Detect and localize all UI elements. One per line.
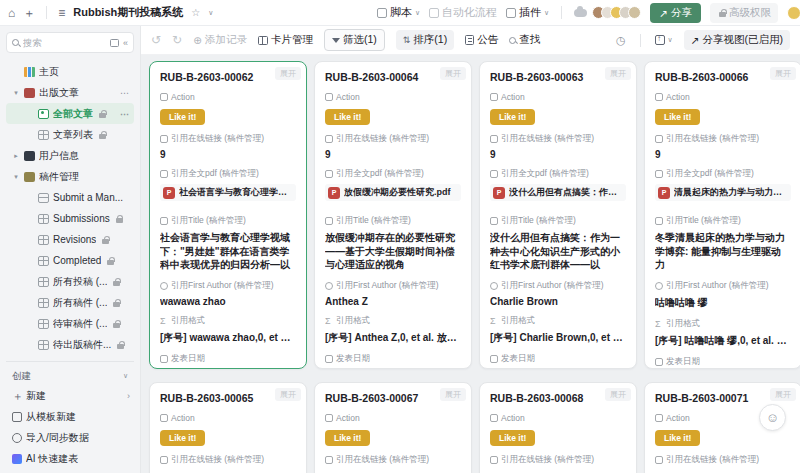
like-button[interactable]: Like it! bbox=[490, 109, 535, 125]
sidebar-item[interactable]: 待审稿件 (... bbox=[6, 313, 134, 334]
record-card[interactable]: 展开 RUB-B-2603-00066 Action Like it! bbox=[644, 61, 800, 369]
share-view-button[interactable]: ↗ 分享视图(已启用) bbox=[684, 30, 790, 50]
undo-icon[interactable]: ↺ bbox=[151, 33, 161, 47]
sidebar-item[interactable]: 主页 bbox=[6, 61, 134, 82]
record-card[interactable]: 展开 RUB-B-2603-00067 Action Like it! bbox=[314, 382, 472, 473]
chevron-down-icon[interactable]: ∨ bbox=[208, 9, 213, 17]
sort-button[interactable]: ⇅ 排序(1) bbox=[396, 30, 454, 50]
chevron-right-icon: › bbox=[127, 391, 130, 401]
create-from-template-button[interactable]: 从模板新建 bbox=[6, 406, 134, 427]
record-card[interactable]: 展开 RUB-B-2603-00068 Action Like it! bbox=[479, 382, 637, 473]
checkbox-icon bbox=[655, 93, 663, 101]
search-input[interactable] bbox=[23, 37, 81, 48]
field-label-author: 引用First Author (稿件管理) bbox=[325, 280, 461, 292]
title-bar: ⌂ ＋ ≡ Rubbish期刊投稿系统 ☆ ∨ 脚本 ∨ 自动化流程 插件 ∨ bbox=[0, 0, 800, 26]
cloud-sync-icon[interactable] bbox=[574, 9, 587, 17]
advanced-permission-button[interactable]: 高级权限 bbox=[710, 3, 778, 23]
record-card[interactable]: 展开 RUB-B-2603-00065 Action Like it! bbox=[149, 382, 307, 473]
like-button[interactable]: Like it! bbox=[160, 430, 205, 446]
field-label-action: Action bbox=[325, 413, 461, 423]
expand-record-badge[interactable]: 展开 bbox=[605, 67, 631, 80]
sidebar-item[interactable]: 待出版稿件... bbox=[6, 334, 134, 355]
collapse-sidebar-icon[interactable]: « bbox=[123, 38, 128, 48]
pdf-icon: P bbox=[328, 187, 340, 199]
sidebar-item[interactable]: 所有投稿 (... bbox=[6, 271, 134, 292]
user-avatar[interactable] bbox=[628, 6, 641, 19]
sidebar-item[interactable]: Revisions bbox=[6, 229, 134, 250]
find-button[interactable]: 查找 bbox=[509, 33, 540, 47]
field-label-title: 引用Title (稿件管理) bbox=[160, 215, 296, 227]
automation-icon bbox=[429, 8, 439, 18]
home-icon[interactable]: ⌂ bbox=[8, 7, 15, 19]
expand-arrow-icon[interactable]: ▾ bbox=[12, 89, 20, 97]
automation-menu[interactable]: 自动化流程 bbox=[429, 5, 497, 20]
share-button[interactable]: ↗ 分享 bbox=[650, 3, 701, 23]
sidebar-item[interactable]: ▸ 用户信息 bbox=[6, 145, 134, 166]
like-button[interactable]: Like it! bbox=[160, 109, 205, 125]
like-button[interactable]: Like it! bbox=[655, 109, 700, 125]
more-icon[interactable]: ⋯ bbox=[120, 109, 130, 119]
expand-record-badge[interactable]: 展开 bbox=[770, 67, 796, 80]
redo-icon[interactable]: ↻ bbox=[172, 33, 182, 47]
field-label-link: 引用在线链接 (稿件管理) bbox=[325, 454, 461, 466]
field-label-format: Σ 引用格式 bbox=[160, 315, 296, 327]
export-menu[interactable]: ∨ bbox=[655, 35, 673, 45]
history-icon[interactable]: ◷ bbox=[616, 34, 626, 47]
record-card[interactable]: 展开 RUB-B-2603-00063 Action Like it! bbox=[479, 61, 637, 369]
record-card[interactable]: 展开 RUB-B-2603-00062 Action Like it! bbox=[149, 61, 307, 369]
link-count-value: 9 bbox=[325, 149, 461, 160]
menu-icon[interactable]: ≡ bbox=[58, 7, 65, 19]
field-label-date: 发表日期 bbox=[325, 353, 461, 365]
create-new-button[interactable]: ＋ 新建 › bbox=[6, 385, 134, 406]
like-button[interactable]: Like it! bbox=[490, 430, 535, 446]
panel-icon[interactable] bbox=[110, 39, 119, 47]
sidebar-item[interactable]: 所有稿件 (... bbox=[6, 292, 134, 313]
add-record-button[interactable]: ⊕ 添加记录 bbox=[193, 33, 247, 47]
favorite-star-icon[interactable]: ☆ bbox=[191, 7, 200, 18]
expand-record-badge[interactable]: 展开 bbox=[275, 388, 301, 401]
sidebar-item[interactable]: Submissions bbox=[6, 208, 134, 229]
create-section-header[interactable]: 创建 ∨ bbox=[6, 367, 134, 385]
card-manage-button[interactable]: 卡片管理 bbox=[258, 33, 313, 47]
sidebar-item[interactable]: ▾ 出版文章 ⋯ bbox=[6, 82, 134, 103]
pdf-attachment[interactable]: P 放假缓冲期必要性研究.pdf bbox=[325, 184, 461, 201]
table-icon bbox=[38, 319, 49, 329]
expand-record-badge[interactable]: 展开 bbox=[770, 388, 796, 401]
sidebar-item[interactable]: 全部文章 ⋯ bbox=[6, 103, 134, 124]
field-label-date: 发表日期 bbox=[655, 356, 791, 368]
import-sync-button[interactable]: 导入/同步数据 bbox=[6, 427, 134, 448]
expand-record-badge[interactable]: 展开 bbox=[440, 67, 466, 80]
sidebar-search[interactable]: « bbox=[6, 32, 134, 53]
expand-arrow-icon[interactable]: ▾ bbox=[12, 173, 20, 181]
current-user-avatar[interactable] bbox=[787, 6, 800, 20]
expand-arrow-icon[interactable]: ▸ bbox=[12, 152, 20, 160]
sidebar-item[interactable]: Submit a Man... bbox=[6, 187, 134, 208]
sidebar-item[interactable]: Completed bbox=[6, 250, 134, 271]
record-card[interactable]: 展开 RUB-B-2603-00064 Action Like it! bbox=[314, 61, 472, 369]
pdf-attachment[interactable]: P 清晨起床的热力学与动力学研究.pdf bbox=[655, 184, 791, 201]
pdf-attachment[interactable]: P 社会语言学与教育心理学视域下："... bbox=[160, 184, 296, 201]
new-tab-icon[interactable]: ＋ bbox=[23, 7, 35, 19]
pdf-attachment[interactable]: P 没什么用但有点搞笑：作为一种去中... bbox=[490, 184, 626, 201]
plugin-icon bbox=[506, 8, 516, 18]
assistant-mascot[interactable]: ☺ bbox=[759, 404, 786, 431]
text-field-icon bbox=[655, 217, 663, 225]
expand-record-badge[interactable]: 展开 bbox=[440, 388, 466, 401]
table-icon bbox=[38, 340, 49, 350]
like-button[interactable]: Like it! bbox=[325, 109, 370, 125]
like-button[interactable]: Like it! bbox=[655, 430, 700, 446]
expand-record-badge[interactable]: 展开 bbox=[275, 67, 301, 80]
script-menu[interactable]: 脚本 ∨ bbox=[377, 5, 420, 20]
filter-button[interactable]: 筛选(1) bbox=[324, 29, 385, 51]
sidebar-item[interactable]: ▾ 稿件管理 bbox=[6, 166, 134, 187]
ai-quick-table-button[interactable]: AI 快速建表 bbox=[6, 448, 134, 469]
like-button[interactable]: Like it! bbox=[325, 430, 370, 446]
plugin-menu[interactable]: 插件 ∨ bbox=[506, 5, 549, 20]
announce-button[interactable]: 公告 bbox=[465, 33, 498, 47]
table-icon bbox=[38, 277, 49, 287]
link-count-value: 9 bbox=[160, 149, 296, 160]
sidebar-item[interactable]: 文章列表 bbox=[6, 124, 134, 145]
link-icon bbox=[325, 456, 333, 464]
expand-record-badge[interactable]: 展开 bbox=[605, 388, 631, 401]
more-icon[interactable]: ⋯ bbox=[120, 88, 130, 98]
